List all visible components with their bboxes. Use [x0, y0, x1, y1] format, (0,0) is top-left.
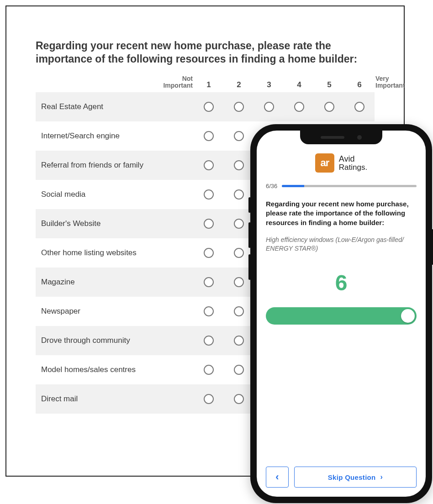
scale-header-4: 4: [284, 80, 314, 89]
selected-value: 6: [266, 270, 417, 295]
radio-icon: [234, 248, 244, 258]
mobile-question-title: Regarding your recent new home purchase,…: [266, 200, 417, 227]
radio-icon: [204, 248, 214, 258]
radio-option[interactable]: [224, 131, 254, 141]
phone-side-button: [248, 254, 251, 280]
rating-slider[interactable]: [266, 307, 417, 325]
radio-icon: [234, 189, 244, 200]
radio-option[interactable]: [224, 160, 254, 170]
radio-icon: [204, 102, 214, 112]
scale-header-5: 5: [314, 80, 344, 89]
scale-left-caption: Not Important: [158, 75, 194, 89]
radio-option[interactable]: [194, 219, 224, 229]
phone-screen: Avid Ratings. 6/36 Regarding your recent…: [257, 131, 426, 497]
brand-header: Avid Ratings.: [266, 153, 417, 173]
radio-icon: [234, 160, 244, 170]
radio-icon: [234, 336, 244, 346]
radio-option[interactable]: [194, 102, 224, 112]
radio-icon: [324, 102, 334, 112]
survey-row-label: Drove through community: [36, 336, 158, 345]
slider-knob-icon[interactable]: [401, 309, 415, 323]
radio-icon: [204, 160, 214, 170]
scale-header-6: 6: [344, 80, 375, 89]
radio-icon: [234, 102, 244, 112]
radio-option[interactable]: [344, 102, 375, 112]
back-button[interactable]: ‹: [266, 467, 289, 488]
survey-row-label: Social media: [36, 190, 158, 199]
radio-option[interactable]: [254, 102, 284, 112]
radio-option[interactable]: [284, 102, 314, 112]
phone-frame: Avid Ratings. 6/36 Regarding your recent…: [250, 124, 432, 503]
scale-header-3: 3: [254, 80, 284, 89]
mobile-footer: ‹ Skip Question ›: [266, 467, 417, 488]
radio-icon: [204, 277, 214, 287]
skip-question-button[interactable]: Skip Question ›: [294, 467, 417, 488]
survey-row-label: Referral from friends or family: [36, 161, 158, 170]
skip-question-label: Skip Question: [328, 473, 376, 481]
radio-option[interactable]: [194, 189, 224, 200]
radio-icon: [204, 336, 214, 346]
radio-option[interactable]: [194, 131, 224, 141]
radio-option[interactable]: [194, 248, 224, 258]
phone-side-button: [248, 222, 251, 248]
progress-label: 6/36: [266, 183, 277, 189]
radio-option[interactable]: [224, 365, 254, 375]
radio-icon: [264, 102, 274, 112]
radio-icon: [204, 219, 214, 229]
survey-row-label: Real Estate Agent: [36, 102, 158, 111]
radio-option[interactable]: [224, 336, 254, 346]
radio-icon: [294, 102, 304, 112]
survey-row-label: Internet/Search engine: [36, 131, 158, 141]
radio-option[interactable]: [194, 365, 224, 375]
radio-option[interactable]: [224, 394, 254, 404]
radio-icon: [234, 277, 244, 287]
radio-icon: [234, 394, 244, 404]
radio-option[interactable]: [224, 102, 254, 112]
survey-row-label: Direct mail: [36, 394, 158, 404]
radio-icon: [234, 219, 244, 229]
radio-option[interactable]: [194, 394, 224, 404]
scale-right-caption: Very Important: [375, 75, 405, 89]
chevron-right-icon: ›: [380, 473, 383, 481]
survey-row-label: Magazine: [36, 278, 158, 287]
brand-logo-icon: [315, 153, 334, 173]
radio-icon: [354, 102, 364, 112]
brand-name: Avid Ratings.: [339, 155, 367, 172]
radio-option[interactable]: [194, 277, 224, 287]
radio-icon: [204, 306, 214, 316]
progress-bar: 6/36: [266, 183, 417, 189]
radio-icon: [204, 394, 214, 404]
chevron-left-icon: ‹: [275, 471, 279, 483]
survey-row-label: Builder's Website: [36, 219, 158, 228]
survey-row-label: Newspaper: [36, 307, 158, 316]
scale-header-1: 1: [194, 80, 224, 89]
radio-option[interactable]: [314, 102, 344, 112]
survey-scale-header: Not Important 1 2 3 4 5 6 Very Important: [36, 74, 375, 92]
mobile-question-subtitle: High efficiency windows (Low-E/Argon gas…: [266, 236, 417, 253]
radio-icon: [234, 131, 244, 141]
radio-icon: [204, 365, 214, 375]
radio-icon: [234, 365, 244, 375]
radio-option[interactable]: [194, 306, 224, 316]
survey-row-label: Other home listing websites: [36, 248, 158, 257]
radio-icon: [204, 131, 214, 141]
survey-row: Real Estate Agent: [36, 92, 375, 121]
phone-side-button: [248, 197, 251, 213]
scale-header-2: 2: [224, 80, 254, 89]
radio-option[interactable]: [224, 306, 254, 316]
progress-track: [282, 185, 417, 187]
radio-option[interactable]: [194, 160, 224, 170]
radio-icon: [204, 189, 214, 200]
survey-row-label: Model homes/sales centres: [36, 365, 158, 374]
survey-question-title: Regarding your recent new home purchase,…: [36, 39, 375, 66]
radio-option[interactable]: [194, 336, 224, 346]
progress-fill: [282, 185, 304, 187]
radio-icon: [234, 306, 244, 316]
